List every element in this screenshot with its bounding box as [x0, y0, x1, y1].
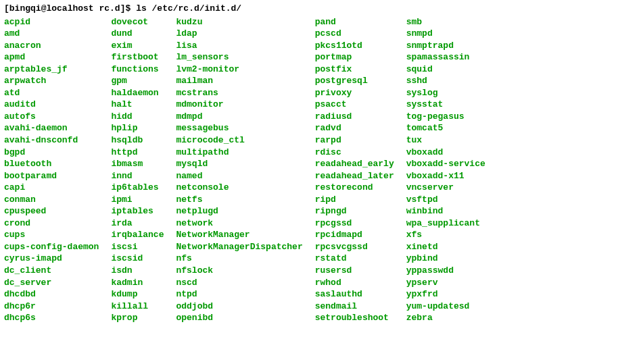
ls-entry: hsqldb — [111, 134, 164, 147]
ls-entry: functions — [111, 63, 164, 76]
ls-entry: firstboot — [111, 51, 164, 63]
ls-entry: radiusd — [315, 111, 394, 123]
ls-entry: ripd — [315, 194, 394, 206]
ls-entry: haldaemon — [111, 87, 164, 99]
ls-entry: vsftpd — [406, 194, 485, 206]
ls-entry: postgresql — [315, 75, 394, 87]
ls-entry: openibd — [176, 312, 302, 324]
ls-entry: psacct — [315, 99, 394, 111]
ls-entry: mailman — [176, 75, 302, 87]
ls-entry: kprop — [111, 312, 164, 324]
ls-entry: multipathd — [176, 147, 302, 159]
ls-entry: xinetd — [406, 241, 485, 253]
ls-entry: cups-config-daemon — [4, 241, 99, 253]
ls-entry: pcscd — [315, 28, 394, 40]
ls-entry: network — [176, 217, 302, 230]
ls-entry: nscd — [176, 277, 302, 289]
ls-entry: lvm2-monitor — [176, 63, 302, 76]
ls-entry: killall — [111, 301, 164, 313]
ls-entry: isdn — [111, 265, 164, 277]
ls-entry: winbind — [406, 205, 485, 217]
ls-entry: iptables — [111, 205, 164, 217]
ls-entry: rstatd — [315, 253, 394, 265]
ls-entry: ipmi — [111, 194, 164, 206]
ls-entry: bgpd — [4, 147, 99, 159]
ls-entry: tomcat5 — [406, 122, 485, 134]
ls-entry: ntpd — [176, 288, 302, 301]
ls-entry: halt — [111, 99, 164, 111]
ls-entry: ldap — [176, 28, 302, 40]
ls-entry: avahi-dnsconfd — [4, 134, 99, 147]
ls-entry: pkcs11otd — [315, 40, 394, 52]
ls-entry: bootparamd — [4, 170, 99, 182]
ls-entry: cpuspeed — [4, 205, 99, 217]
ls-entry: netconsole — [176, 182, 302, 194]
ls-entry: dc_client — [4, 265, 99, 277]
ls-entry: ip6tables — [111, 182, 164, 194]
ls-entry: messagebus — [176, 122, 302, 134]
ls-entry: zebra — [406, 312, 485, 324]
ls-entry: sysstat — [406, 99, 485, 111]
ls-entry: ypxfrd — [406, 288, 485, 301]
prompt-user: bingqi — [9, 3, 41, 14]
ls-entry: pand — [315, 16, 394, 28]
ls-entry: gpm — [111, 75, 164, 87]
ls-entry: rwhod — [315, 277, 394, 289]
ls-entry: mdmonitor — [176, 99, 302, 111]
ls-entry: sendmail — [315, 301, 394, 313]
ls-entry: anacron — [4, 40, 99, 52]
ls-entry: squid — [406, 63, 485, 76]
ls-entry: vboxadd-x11 — [406, 170, 485, 182]
ls-entry: irda — [111, 217, 164, 230]
ls-entry: conman — [4, 194, 99, 206]
ls-entry: dhcp6s — [4, 312, 99, 324]
ls-entry: mdmpd — [176, 111, 302, 123]
ls-entry: snmpd — [406, 28, 485, 40]
ls-entry: NetworkManagerDispatcher — [176, 241, 302, 253]
ls-entry: httpd — [111, 147, 164, 159]
ls-entry: named — [176, 170, 302, 182]
ls-entry: autofs — [4, 111, 99, 123]
ls-entry: syslog — [406, 87, 485, 99]
ls-column: dovecotdundeximfirstbootfunctionsgpmhald… — [111, 16, 164, 324]
ls-entry: kadmin — [111, 277, 164, 289]
ls-entry: wpa_supplicant — [406, 217, 485, 230]
ls-entry: netfs — [176, 194, 302, 206]
ls-entry: iscsi — [111, 241, 164, 253]
ls-entry: exim — [111, 40, 164, 52]
ls-entry: rarpd — [315, 134, 394, 147]
ls-entry: rpcgssd — [315, 217, 394, 230]
ls-entry: radvd — [315, 122, 394, 134]
ls-entry: dc_server — [4, 277, 99, 289]
ls-entry: smb — [406, 16, 485, 28]
ls-entry: ypbind — [406, 253, 485, 265]
ls-entry: irqbalance — [111, 229, 164, 241]
prompt-sign: $ — [126, 3, 131, 14]
ls-entry: oddjobd — [176, 301, 302, 313]
ls-entry: vboxadd — [406, 147, 485, 159]
ls-entry: sshd — [406, 75, 485, 87]
ls-entry: kdump — [111, 288, 164, 301]
ls-column: pandpcscdpkcs11otdportmappostfixpostgres… — [315, 16, 394, 324]
ls-entry: lisa — [176, 40, 302, 52]
ls-column: smbsnmpdsnmptrapdspamassassinsquidsshdsy… — [406, 16, 485, 324]
ls-entry: xfs — [406, 229, 485, 241]
ls-entry: amd — [4, 28, 99, 40]
ls-entry: nfslock — [176, 265, 302, 277]
prompt-host: localhost — [46, 3, 93, 14]
ls-entry: auditd — [4, 99, 99, 111]
ls-entry: bluetooth — [4, 158, 99, 170]
ls-entry: rdisc — [315, 147, 394, 159]
ls-entry: spamassassin — [406, 51, 485, 63]
typed-command: ls /etc/rc.d/init.d/ — [136, 3, 241, 14]
ls-entry: ypserv — [406, 277, 485, 289]
ls-entry: crond — [4, 217, 99, 230]
ls-entry: avahi-daemon — [4, 122, 99, 134]
ls-entry: cups — [4, 229, 99, 241]
ls-entry: tog-pegasus — [406, 111, 485, 123]
ls-entry: hplip — [111, 122, 164, 134]
ls-entry: dovecot — [111, 16, 164, 28]
ls-entry: saslauthd — [315, 288, 394, 301]
ls-entry: restorecond — [315, 182, 394, 194]
ls-entry: kudzu — [176, 16, 302, 28]
